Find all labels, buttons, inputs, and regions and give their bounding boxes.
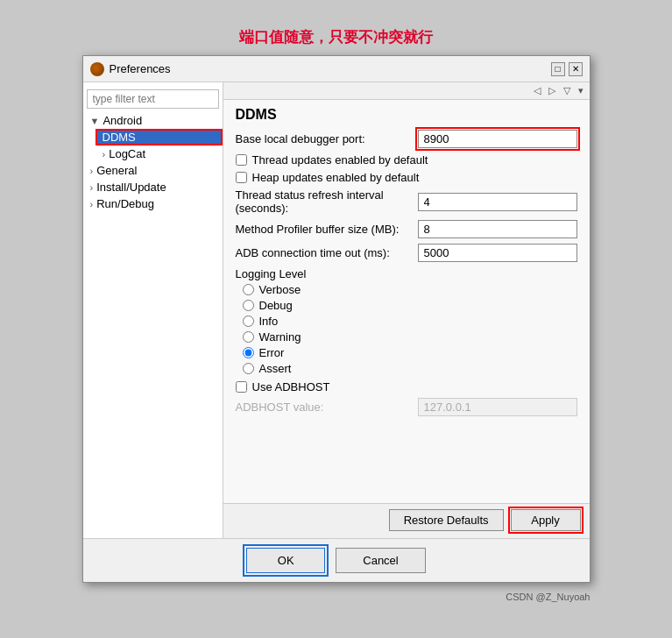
sidebar: ▼ Android DDMS › LogCat › General [83,82,223,538]
restore-defaults-button[interactable]: Restore Defaults [389,509,504,531]
radio-info-row: Info [243,315,577,328]
debugger-port-input[interactable] [418,130,577,148]
heap-updates-row: Heap updates enabled by default [236,171,577,184]
dialog-body: ▼ Android DDMS › LogCat › General [83,82,590,538]
thread-updates-label: Thread updates enabled by default [252,153,428,167]
sidebar-item-label: Install/Update [96,181,166,194]
thread-refresh-label: Thread status refresh interval (seconds)… [236,188,418,215]
apply-button[interactable]: Apply [511,509,581,531]
title-bar-controls: □ ✕ [551,62,583,76]
dialog-footer: OK Cancel [83,538,590,582]
use-adbhost-row: Use ADBHOST [236,380,577,393]
panel-content: Base local debugger port: Thread updates… [223,126,590,503]
radio-warning-row: Warning [243,330,577,344]
radio-assert-label: Assert [259,362,292,375]
panel-buttons: Restore Defaults Apply [223,503,590,538]
sidebar-item-run-debug[interactable]: › Run/Debug [83,195,223,212]
sidebar-item-ddms[interactable]: DDMS [95,129,223,145]
annotation-text: 端口值随意，只要不冲突就行 [239,27,433,47]
content-panel: ◁ ▷ ▽ ▾ DDMS Base local debugger port: [223,82,590,538]
heap-updates-checkbox[interactable] [236,172,247,183]
thread-refresh-input[interactable] [418,193,577,211]
adb-timeout-input[interactable] [418,244,577,262]
heap-updates-label: Heap updates enabled by default [252,171,420,184]
radio-info-label: Info [259,315,279,328]
expand-arrow-install-update: › [90,182,94,193]
debugger-port-row: Base local debugger port: [236,130,577,148]
preferences-dialog: Preferences □ ✕ ▼ Android [82,55,591,583]
watermark: CSDN @Z_Nuyoah [506,592,590,602]
sidebar-item-label: DDMS [103,131,136,144]
debugger-port-label: Base local debugger port: [236,132,418,145]
nav-menu-button[interactable]: ▾ [576,84,586,97]
radio-warning[interactable] [243,331,254,343]
title-bar: Preferences □ ✕ [83,56,590,82]
nav-back-button[interactable]: ◁ [531,84,543,97]
sidebar-item-label: General [96,164,137,177]
adb-timeout-row: ADB connection time out (ms): [236,244,577,262]
method-profiler-label: Method Profiler buffer size (MB): [236,223,418,236]
sidebar-item-install-update[interactable]: › Install/Update [83,179,223,195]
adb-timeout-label: ADB connection time out (ms): [236,246,418,259]
radio-debug-row: Debug [243,299,577,312]
sidebar-item-label: Android [103,114,142,127]
adbhost-value-label: ADBHOST value: [236,401,418,414]
use-adbhost-label: Use ADBHOST [252,380,330,393]
radio-assert[interactable] [243,363,254,374]
expand-arrow-run-debug: › [90,199,94,209]
radio-debug[interactable] [243,300,254,311]
method-profiler-input[interactable] [418,220,577,238]
logging-level-group: Verbose Debug Info Warning [243,283,577,375]
radio-info[interactable] [243,315,254,327]
expand-arrow-logcat: › [103,149,106,160]
radio-assert-row: Assert [243,362,577,375]
radio-error-row: Error [243,346,577,359]
sidebar-item-logcat[interactable]: › LogCat [95,145,223,162]
radio-debug-label: Debug [259,299,293,312]
expand-arrow-general: › [90,166,94,176]
radio-verbose[interactable] [243,284,254,295]
preferences-icon [90,62,104,76]
adbhost-value-row: ADBHOST value: [236,398,577,416]
use-adbhost-checkbox[interactable] [236,381,247,393]
logging-level-label: Logging Level [236,267,577,280]
sidebar-item-general[interactable]: › General [83,162,223,179]
minimize-button[interactable]: □ [551,62,565,76]
nav-forward-button[interactable]: ▷ [546,84,558,97]
radio-error[interactable] [243,347,254,358]
method-profiler-row: Method Profiler buffer size (MB): [236,220,577,238]
title-bar-left: Preferences [90,62,171,76]
ok-button[interactable]: OK [246,548,325,573]
thread-updates-checkbox[interactable] [236,154,247,166]
close-button[interactable]: ✕ [569,62,583,76]
thread-refresh-row: Thread status refresh interval (seconds)… [236,188,577,215]
expand-arrow-android: ▼ [90,116,100,126]
radio-verbose-row: Verbose [243,283,577,296]
filter-input[interactable] [87,89,219,109]
thread-updates-row: Thread updates enabled by default [236,153,577,167]
sidebar-item-label: LogCat [109,147,145,160]
radio-error-label: Error [259,346,285,359]
adbhost-value-input[interactable] [418,398,577,416]
sidebar-item-android[interactable]: ▼ Android [83,112,223,129]
dialog-title: Preferences [110,62,171,75]
panel-title: DDMS [223,100,590,126]
radio-verbose-label: Verbose [259,283,301,296]
nav-down-button[interactable]: ▽ [561,84,573,97]
sidebar-item-label: Run/Debug [96,197,154,210]
panel-toolbar: ◁ ▷ ▽ ▾ [223,82,590,100]
radio-warning-label: Warning [259,330,301,344]
cancel-button[interactable]: Cancel [336,548,425,573]
